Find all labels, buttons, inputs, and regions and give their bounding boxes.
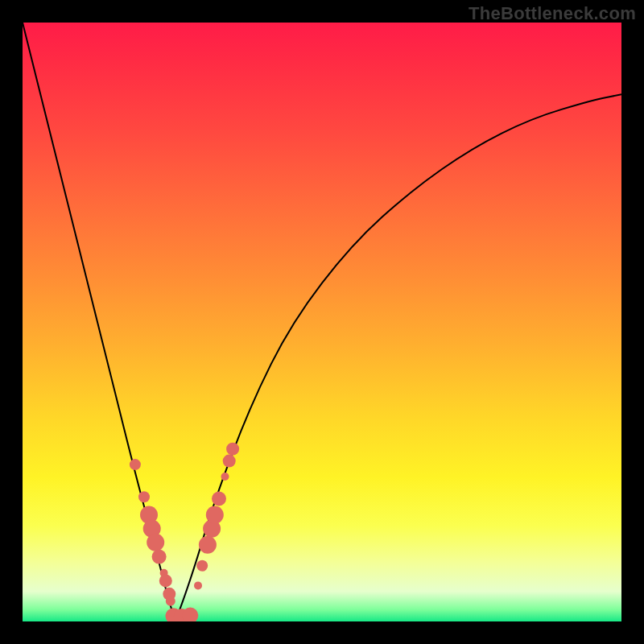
data-dot xyxy=(130,459,141,470)
data-dot xyxy=(223,455,236,468)
data-dot xyxy=(221,473,229,481)
curve-layer xyxy=(23,23,621,621)
data-dot xyxy=(152,550,167,564)
data-dot xyxy=(199,536,217,554)
chart-frame: TheBottleneck.com xyxy=(0,0,644,644)
data-dot xyxy=(159,574,172,587)
data-dot xyxy=(206,506,224,524)
data-dot xyxy=(196,560,208,572)
data-dot xyxy=(147,534,164,551)
watermark-text: TheBottleneck.com xyxy=(469,3,636,24)
data-dot xyxy=(138,491,150,502)
plot-area xyxy=(23,23,621,621)
data-dot xyxy=(194,581,202,589)
bottleneck-curve xyxy=(23,23,621,615)
data-dot xyxy=(212,492,226,506)
data-dot xyxy=(166,597,175,606)
data-dot xyxy=(226,443,239,456)
